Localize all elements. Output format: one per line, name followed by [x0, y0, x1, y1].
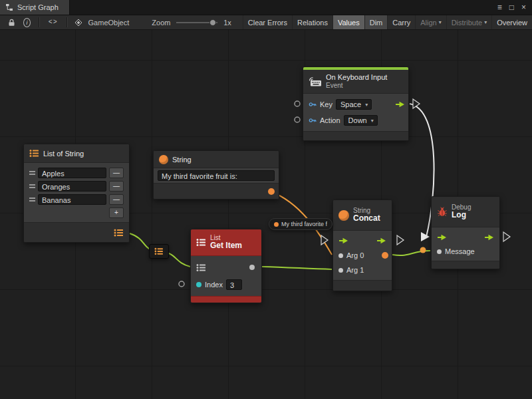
node-title: Concat [353, 214, 380, 223]
list-input-port[interactable] [196, 263, 206, 272]
remove-item-button[interactable]: — [109, 181, 124, 192]
list-item-field[interactable]: Apples [38, 168, 106, 178]
index-label: Index [205, 281, 223, 289]
values-button[interactable]: Values [332, 15, 364, 30]
key-dropdown[interactable]: Space ▾ [336, 99, 372, 110]
node-get-item[interactable]: List Get Item Index 3 [190, 229, 262, 303]
flow-arrowhead-icon [421, 232, 430, 241]
drag-handle-icon[interactable] [29, 184, 35, 188]
dim-button[interactable]: Dim [364, 15, 388, 30]
key-port-ring[interactable] [295, 101, 300, 106]
chevron-down-icon: ▾ [484, 19, 487, 25]
wire-getitem-to-concat[interactable] [262, 267, 332, 269]
gameobject-label: GameObject [88, 19, 130, 27]
graph-canvas[interactable]: List of String Apples — Oranges — Banana… [0, 30, 532, 399]
window-menu-icon[interactable]: ≡ [497, 0, 502, 15]
key-icon [309, 116, 317, 124]
clear-errors-button[interactable]: Clear Errors [243, 15, 292, 30]
node-title: Get Item [210, 241, 242, 251]
info-icon[interactable]: i [23, 18, 31, 27]
carry-button[interactable]: Carry [387, 15, 415, 30]
arg1-input-port[interactable] [338, 268, 343, 273]
action-port-ring[interactable] [295, 117, 300, 122]
string-type-icon [274, 222, 279, 227]
list-value-bubble [149, 244, 169, 259]
lock-icon[interactable] [8, 19, 15, 27]
list-item-field[interactable]: Bananas [38, 194, 106, 205]
flow-output-arrow-icon[interactable] [376, 237, 386, 244]
unity-script-graph-window: Script Graph ≡ □ × i <> GameObject Zoom [0, 0, 532, 399]
align-button[interactable]: Align ▾ [415, 15, 446, 30]
key-label: Key [320, 100, 332, 108]
tab-script-graph[interactable]: Script Graph [0, 0, 70, 15]
add-item-button[interactable]: + [109, 207, 124, 218]
bug-icon [437, 207, 448, 217]
list-output-port[interactable] [114, 228, 124, 237]
flow-input-arrow-icon[interactable] [437, 234, 447, 241]
action-label: Action [320, 116, 340, 124]
keyboard-icon [309, 76, 322, 86]
zoom-value: 1x [223, 19, 231, 27]
index-input-port[interactable] [196, 282, 201, 287]
index-port-ring[interactable] [179, 281, 184, 287]
node-on-keyboard-input[interactable]: On Keyboard Input Event Key Space ▾ [303, 66, 409, 141]
arg0-label: Arg 0 [346, 251, 364, 259]
overview-button[interactable]: Overview [491, 15, 532, 30]
distribute-button[interactable]: Distribute ▾ [446, 15, 491, 30]
list-item-row: Oranges — [29, 180, 124, 192]
concat-flow-out-triangle[interactable] [397, 235, 404, 245]
tab-title: Script Graph [17, 3, 59, 11]
node-title: Log [452, 211, 471, 220]
list-item-field[interactable]: Oranges [38, 181, 106, 192]
graph-toolbar: i <> GameObject Zoom 1x Clear Errors Rel… [0, 15, 532, 30]
string-value-tooltip: My third favorite fr... [269, 218, 332, 230]
zoom-slider-handle[interactable] [209, 19, 216, 26]
toolbar-separator [39, 17, 40, 27]
node-concat[interactable]: String Concat Arg 0 [332, 200, 392, 291]
window-controls: ≡ □ × [497, 0, 532, 15]
chevron-down-icon: ▾ [439, 19, 442, 25]
flow-output-arrow-icon[interactable] [395, 101, 405, 108]
action-value: Down [348, 116, 367, 125]
list-icon [154, 247, 164, 255]
zoom-label: Zoom [152, 19, 170, 27]
string-value-field[interactable]: My third favorite fruit is: [158, 170, 275, 181]
remove-item-button[interactable]: — [109, 194, 124, 205]
list-icon [29, 149, 39, 158]
script-graph-icon [5, 3, 13, 11]
key-value: Space [340, 100, 361, 109]
list-item-row: Bananas — [29, 193, 124, 205]
item-output-port[interactable] [249, 265, 255, 270]
action-dropdown[interactable]: Down ▾ [344, 115, 378, 126]
node-title: String [172, 156, 192, 164]
index-field[interactable]: 3 [226, 279, 242, 290]
remove-item-button[interactable]: — [109, 168, 124, 178]
node-string-literal[interactable]: String My third favorite fruit is: [153, 150, 279, 200]
node-list-of-string[interactable]: List of String Apples — Oranges — Banana… [23, 144, 130, 243]
string-output-port[interactable] [268, 188, 275, 195]
arg1-label: Arg 1 [346, 266, 364, 274]
close-icon[interactable]: × [521, 0, 526, 15]
flow-output-arrow-icon[interactable] [484, 234, 494, 241]
key-icon [309, 100, 317, 108]
maximize-icon[interactable]: □ [509, 0, 514, 15]
chevron-down-icon: ▾ [365, 100, 368, 109]
zoom-slider[interactable] [176, 22, 217, 23]
string-value-dot [420, 247, 426, 253]
flow-input-arrow-icon[interactable] [338, 237, 348, 244]
drag-handle-icon[interactable] [29, 198, 35, 201]
node-debug-log[interactable]: Debug Log Message [431, 196, 500, 269]
node-title: List of String [43, 150, 84, 158]
arg0-input-port[interactable] [338, 253, 343, 258]
toolbar-separator [66, 17, 68, 27]
drag-handle-icon[interactable] [29, 171, 35, 175]
log-flow-out-triangle[interactable] [503, 232, 510, 241]
node-title: On Keyboard Input [326, 73, 387, 82]
result-output-port[interactable] [382, 252, 388, 259]
message-label: Message [445, 247, 475, 255]
code-view-icon[interactable]: <> [49, 19, 58, 26]
relations-button[interactable]: Relations [292, 15, 332, 30]
string-type-icon [159, 155, 168, 164]
message-input-port[interactable] [437, 249, 442, 254]
list-icon [196, 238, 206, 247]
